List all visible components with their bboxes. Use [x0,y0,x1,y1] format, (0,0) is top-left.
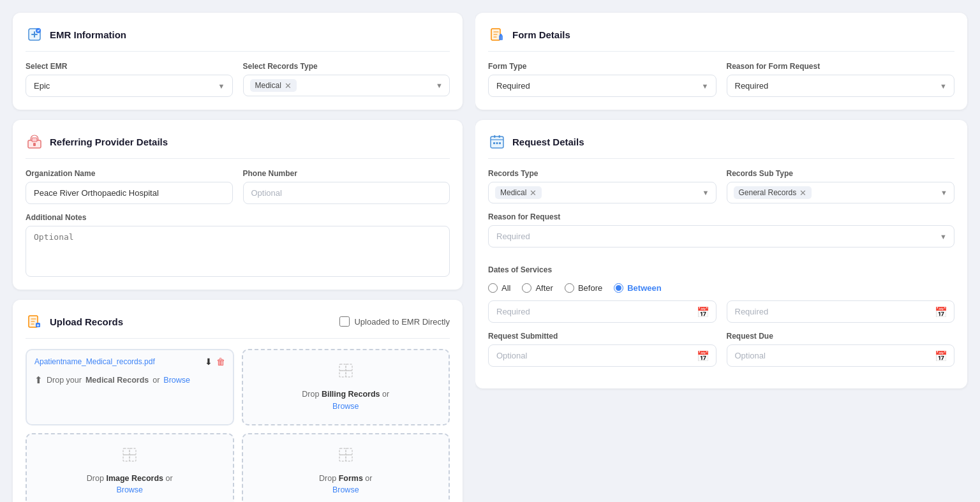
req-records-sub-label: Records Sub Type [727,169,955,178]
request-due-input[interactable] [727,344,955,367]
reason-request-wrapper[interactable]: Required ▼ [488,225,954,247]
billing-records-zone[interactable]: Drop Billing Records or Browse [242,349,450,425]
org-name-input[interactable] [26,182,233,204]
req-records-type-tag-select[interactable]: Medical ✕ ▼ [488,182,716,203]
req-records-type-arrow-icon: ▼ [702,189,709,196]
reason-form-select-wrapper[interactable]: Required ▼ [727,75,955,97]
image-bold: Image Records [106,474,163,483]
file-name-medical: Apatientname_Medical_records.pdf [34,357,200,366]
req-records-sub-tag-remove-icon[interactable]: ✕ [799,189,806,197]
file-download-icon[interactable]: ⬇ [205,357,212,367]
form-details-icon [488,26,506,43]
billing-drop-text: Drop Billing Records or Browse [302,388,389,413]
radio-after-input[interactable] [522,283,531,293]
referring-form-row1: Organization Name Phone Number [26,169,450,204]
req-records-sub-group: Records Sub Type General Records ✕ ▼ [727,169,955,203]
request-details-title: Request Details [512,137,584,147]
request-due-label: Request Due [727,332,955,341]
left-panel: EMR Information Select EMR Epic ▼ Select… [0,0,475,502]
browse-link-billing[interactable]: Browse [332,402,359,411]
reason-request-label: Reason for Request [488,212,954,221]
radio-between-input[interactable] [614,283,623,293]
forms-zone[interactable]: Drop Forms or Browse [242,433,450,503]
forms-prefix: Drop [319,474,339,483]
radio-between[interactable]: Between [614,283,661,293]
phone-group: Phone Number [243,169,450,204]
dates-radio-row: All After Before Between [488,283,954,293]
reason-form-label: Reason for Form Request [727,62,955,71]
date-end-input[interactable] [727,300,955,323]
org-name-group: Organization Name [26,169,233,204]
req-records-sub-tag-select[interactable]: General Records ✕ ▼ [727,182,955,203]
browse-link-forms[interactable]: Browse [332,485,359,494]
dates-group: Dates of Services All After Before [488,265,954,300]
request-submitted-input[interactable] [488,344,716,367]
request-details-icon [488,133,506,151]
request-details-header: Request Details [488,133,954,159]
svg-rect-13 [123,455,130,461]
svg-rect-10 [346,371,352,377]
file-actions-medical: ⬇ 🗑 [205,357,225,367]
svg-rect-24 [499,135,501,138]
notes-textarea[interactable] [26,226,450,277]
form-details-card: Form Details Form Type Required ▼ Reason… [475,13,967,110]
emr-form-row: Select EMR Epic ▼ Select Records Type Me… [26,62,450,97]
drop-prefix-medical: Drop your [47,376,82,385]
radio-before-input[interactable] [565,283,574,293]
radio-all-label: All [501,283,510,293]
radio-all[interactable]: All [488,283,510,293]
medical-records-zone[interactable]: Apatientname_Medical_records.pdf ⬇ 🗑 ⬆ D… [26,349,234,425]
emr-direct-checkbox[interactable] [339,316,350,327]
svg-rect-16 [346,448,352,455]
radio-before[interactable]: Before [565,283,602,293]
records-type-tag-remove-icon[interactable]: ✕ [285,82,292,90]
form-type-select-wrapper[interactable]: Required ▼ [488,75,716,97]
reason-request-group: Reason for Request Required ▼ [488,212,954,256]
date-start-group: 📅 [488,300,716,323]
radio-between-label: Between [627,283,661,293]
billing-prefix: Drop [302,390,322,399]
forms-drop-text: Drop Forms or Browse [319,473,372,497]
date-start-input[interactable] [488,300,716,323]
upload-icon [26,313,43,330]
select-emr-dropdown[interactable]: Epic [26,75,233,97]
records-type-tag-select[interactable]: Medical ✕ ▼ [243,75,450,96]
radio-after[interactable]: After [522,283,553,293]
forms-suffix: or [363,474,373,483]
form-details-title: Form Details [512,29,570,40]
date-end-group: 📅 [727,300,955,323]
browse-link-image[interactable]: Browse [116,485,143,494]
select-records-label: Select Records Type [243,62,450,71]
request-submitted-group: Request Submitted 📅 [488,332,716,367]
select-emr-label: Select EMR [26,62,233,71]
upload-secondary-icon: ⬆ [34,374,43,386]
req-records-type-tag-remove-icon[interactable]: ✕ [530,189,537,197]
svg-rect-21 [500,34,502,36]
request-details-card: Request Details Records Type Medical ✕ ▼… [475,120,967,388]
browse-link-medical[interactable]: Browse [163,376,190,385]
image-prefix: Drop [87,474,107,483]
drop-bold-medical: Medical Records [85,376,149,385]
dates-label: Dates of Services [488,265,954,274]
svg-rect-26 [496,142,498,144]
image-records-zone[interactable]: Drop Image Records or Browse [26,433,234,503]
referring-card-header: Referring Provider Details [26,133,450,159]
form-type-select[interactable]: Required [488,75,716,97]
file-delete-icon[interactable]: 🗑 [216,357,225,367]
req-records-type-tag: Medical ✕ [495,186,542,199]
select-emr-wrapper[interactable]: Epic ▼ [26,75,233,97]
upload-grid: Apatientname_Medical_records.pdf ⬇ 🗑 ⬆ D… [26,349,450,502]
request-submitted-wrapper: 📅 [488,344,716,367]
org-name-label: Organization Name [26,169,233,178]
svg-rect-15 [339,448,346,455]
svg-rect-11 [123,448,130,455]
emr-direct-checkbox-label[interactable]: Uploaded to EMR Directly [339,316,450,327]
svg-rect-14 [130,455,136,461]
right-panel: Form Details Form Type Required ▼ Reason… [475,0,980,502]
reason-form-select[interactable]: Required [727,75,955,97]
svg-rect-8 [346,364,352,371]
svg-rect-27 [499,142,501,144]
reason-request-select[interactable]: Required [488,225,954,247]
phone-input[interactable] [243,182,450,204]
radio-all-input[interactable] [488,283,498,293]
